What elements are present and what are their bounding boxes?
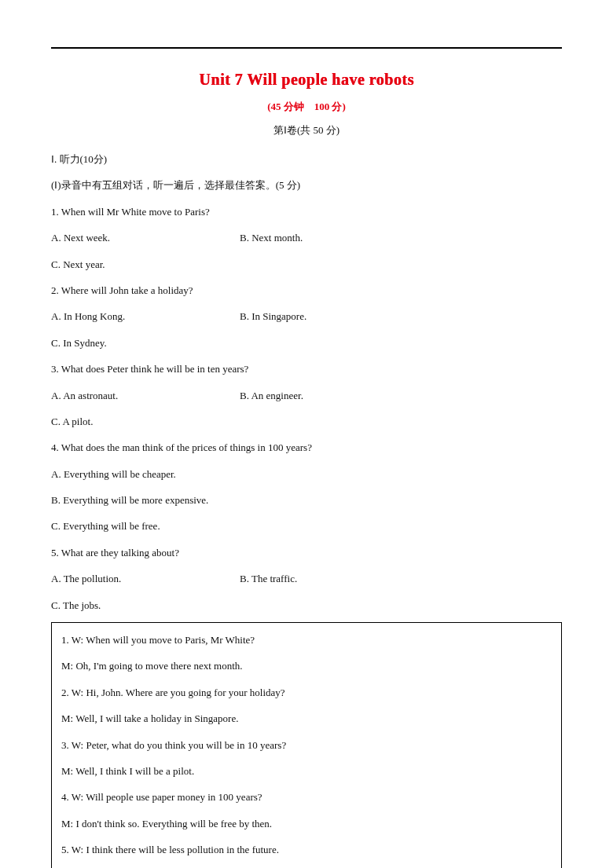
q3-opt-b: B. An engineer. xyxy=(240,386,303,405)
top-rule xyxy=(51,47,562,49)
transcript-line-4: M: Well, I will take a holiday in Singap… xyxy=(61,709,552,727)
paper-section: 第Ⅰ卷(共 50 分) xyxy=(51,123,562,137)
q1-opt-a: A. Next week. xyxy=(51,229,240,247)
q5-options-ab: A. The pollution. B. The traffic. xyxy=(51,570,562,588)
q1-opt-c: C. Next year. xyxy=(51,255,562,273)
q4-text: 4. What does the man think of the prices… xyxy=(51,438,562,456)
q5-text: 5. What are they talking about? xyxy=(51,544,562,562)
q2-opt-b: B. In Singapore. xyxy=(240,307,306,325)
transcript-line-9: 5. W: I think there will be less polluti… xyxy=(61,841,552,859)
q2-opt-c: C. In Sydney. xyxy=(51,334,562,352)
q4-opt-c: C. Everything will be free. xyxy=(51,517,562,535)
transcript-line-2: M: Oh, I'm going to move there next mont… xyxy=(61,657,552,675)
q1-text: 1. When will Mr White move to Paris? xyxy=(51,203,562,221)
q3-opt-a: A. An astronaut. xyxy=(51,386,240,405)
transcript-line-7: 4. W: Will people use paper money in 100… xyxy=(61,788,552,806)
time-score: (45 分钟 100 分) xyxy=(51,100,562,114)
transcript-line-5: 3. W: Peter, what do you think you will … xyxy=(61,736,552,754)
q5-opt-a: A. The pollution. xyxy=(51,570,240,588)
transcript-line-8: M: I don't think so. Everything will be … xyxy=(61,815,552,833)
q4-opt-b: B. Everything will be more expensive. xyxy=(51,491,562,509)
q1-options-ab: A. Next week. B. Next month. xyxy=(51,229,562,247)
transcript-line-3: 2. W: Hi, John. Where are you going for … xyxy=(61,683,552,701)
part1-instruction: (Ⅰ)录音中有五组对话，听一遍后，选择最佳答案。(5 分) xyxy=(51,176,562,194)
q3-options-ab: A. An astronaut. B. An engineer. xyxy=(51,386,562,405)
listening-heading: Ⅰ. 听力(10分) xyxy=(51,150,562,168)
q2-opt-a: A. In Hong Kong. xyxy=(51,307,240,325)
transcript-box: 1. W: When will you move to Paris, Mr Wh… xyxy=(51,622,562,868)
q3-opt-c: C. A pilot. xyxy=(51,412,562,430)
q3-text: 3. What does Peter think he will be in t… xyxy=(51,360,562,378)
transcript-line-1: 1. W: When will you move to Paris, Mr Wh… xyxy=(61,631,552,649)
q5-opt-b: B. The traffic. xyxy=(240,570,297,588)
q2-text: 2. Where will John take a holiday? xyxy=(51,281,562,299)
unit-title: Unit 7 Will people have robots xyxy=(51,71,562,89)
q4-opt-a: A. Everything will be cheaper. xyxy=(51,465,562,483)
q1-opt-b: B. Next month. xyxy=(240,229,303,247)
q5-opt-c: C. The jobs. xyxy=(51,596,562,614)
transcript-line-6: M: Well, I think I will be a pilot. xyxy=(61,762,552,780)
q2-options-ab: A. In Hong Kong. B. In Singapore. xyxy=(51,307,562,325)
